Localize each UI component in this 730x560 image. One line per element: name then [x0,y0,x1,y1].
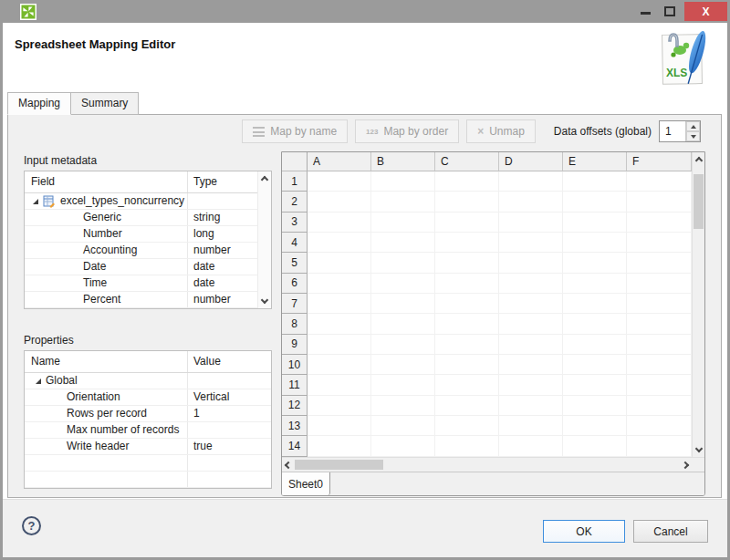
grid-column-header-C[interactable]: C [435,152,499,171]
grid-cell-D4[interactable] [499,233,563,253]
grid-cell-B11[interactable] [371,375,435,395]
properties-group-row[interactable]: Global [25,373,271,389]
grid-cell-C11[interactable] [435,375,499,395]
close-button[interactable]: X [684,2,727,21]
grid-cell-B4[interactable] [371,233,435,253]
grid-cell-D9[interactable] [499,335,563,355]
grid-row-header-6[interactable]: 6 [282,274,308,294]
grid-cell-F3[interactable] [627,213,692,233]
grid-cell-C9[interactable] [435,335,499,355]
grid-cell-F4[interactable] [627,233,692,253]
scroll-down-icon[interactable] [261,296,268,304]
horizontal-scroll-thumb[interactable] [295,460,383,470]
grid-cell-A13[interactable] [308,416,371,436]
help-button[interactable]: ? [22,516,41,535]
grid-row-header-4[interactable]: 4 [282,233,308,253]
grid-cell-C12[interactable] [435,396,499,416]
grid-row-header-10[interactable]: 10 [282,355,308,375]
grid-cell-D7[interactable] [499,294,563,314]
grid-row-header-14[interactable]: 14 [282,436,308,456]
grid-cell-A4[interactable] [308,233,371,253]
grid-column-header-A[interactable]: A [308,152,371,171]
grid-column-header-E[interactable]: E [563,152,627,171]
grid-cell-E1[interactable] [563,171,627,192]
expand-triangle-icon[interactable] [36,379,41,384]
sheet-tab-sheet0[interactable]: Sheet0 [282,472,330,495]
grid-row-header-2[interactable]: 2 [282,192,308,212]
grid-cell-E11[interactable] [563,375,627,395]
input-metadata-scrollbar[interactable] [257,171,271,308]
grid-cell-D2[interactable] [499,192,563,212]
metadata-record-row[interactable]: excel_types_noncurrency [25,193,257,210]
grid-cell-D13[interactable] [499,416,563,436]
grid-row-header-1[interactable]: 1 [282,171,308,192]
grid-cell-B9[interactable] [371,335,435,355]
grid-cell-F6[interactable] [627,274,692,294]
grid-cell-B5[interactable] [371,253,435,273]
grid-cell-E5[interactable] [563,253,627,273]
grid-cell-C8[interactable] [435,314,499,334]
grid-cell-A3[interactable] [308,213,371,233]
grid-cell-E12[interactable] [563,396,627,416]
grid-cell-D11[interactable] [499,375,563,395]
unmap-button[interactable]: × Unmap [466,119,536,143]
name-column-header[interactable]: Name [25,351,188,372]
grid-cell-A8[interactable] [308,314,371,334]
grid-cell-A9[interactable] [308,335,371,355]
ok-button[interactable]: OK [543,520,625,543]
grid-cell-C6[interactable] [435,274,499,294]
grid-cell-A6[interactable] [308,274,371,294]
grid-row-header-9[interactable]: 9 [282,335,308,355]
grid-row-header-5[interactable]: 5 [282,253,308,273]
map-by-order-button[interactable]: 123 Map by order [355,119,459,143]
grid-row-header-8[interactable]: 8 [282,314,308,334]
grid-cell-F14[interactable] [627,436,692,456]
metadata-field-row[interactable]: Genericstring [25,210,257,226]
grid-cell-F13[interactable] [627,416,692,436]
scroll-up-button[interactable] [693,154,705,167]
grid-cell-E13[interactable] [563,416,627,436]
grid-cell-F8[interactable] [627,314,692,334]
property-row[interactable]: Write headertrue [25,439,271,455]
grid-cell-B1[interactable] [371,171,435,192]
grid-cell-B12[interactable] [371,396,435,416]
grid-cell-F9[interactable] [627,335,692,355]
grid-cell-C10[interactable] [435,355,499,375]
grid-cell-E14[interactable] [563,436,627,456]
grid-cell-D14[interactable] [499,436,563,456]
field-column-header[interactable]: Field [25,171,188,192]
grid-cell-B14[interactable] [371,436,435,456]
metadata-field-row[interactable]: Datedate [25,259,257,275]
grid-corner-cell[interactable] [282,152,308,171]
grid-cell-B3[interactable] [371,213,435,233]
grid-cell-F5[interactable] [627,253,692,273]
metadata-field-row[interactable]: Numberlong [25,226,257,243]
grid-cell-C2[interactable] [435,192,499,212]
grid-cell-D6[interactable] [499,274,563,294]
grid-cell-B10[interactable] [371,355,435,375]
grid-cell-C1[interactable] [435,171,499,192]
expand-triangle-icon[interactable] [33,199,38,204]
grid-cell-F11[interactable] [627,375,692,395]
grid-cell-D3[interactable] [499,213,563,233]
vertical-scroll-thumb[interactable] [694,174,704,229]
property-row[interactable]: Rows per record1 [25,406,271,422]
grid-row-header-11[interactable]: 11 [282,375,308,395]
grid-column-header-D[interactable]: D [499,152,563,171]
grid-cell-D10[interactable] [499,355,563,375]
property-row[interactable]: Max number of records [25,422,271,439]
grid-cell-A10[interactable] [308,355,371,375]
grid-cell-F10[interactable] [627,355,692,375]
grid-row-header-13[interactable]: 13 [282,416,308,436]
grid-cell-A11[interactable] [308,375,371,395]
scroll-left-button[interactable] [282,458,295,472]
grid-cell-D8[interactable] [499,314,563,334]
grid-cell-A7[interactable] [308,294,371,314]
grid-column-header-B[interactable]: B [371,152,435,171]
minimize-button[interactable] [636,4,654,19]
type-column-header[interactable]: Type [188,171,257,192]
grid-row-header-7[interactable]: 7 [282,294,308,314]
scroll-down-button[interactable] [693,442,705,455]
grid-row-header-12[interactable]: 12 [282,396,308,416]
grid-cell-A14[interactable] [308,436,371,456]
